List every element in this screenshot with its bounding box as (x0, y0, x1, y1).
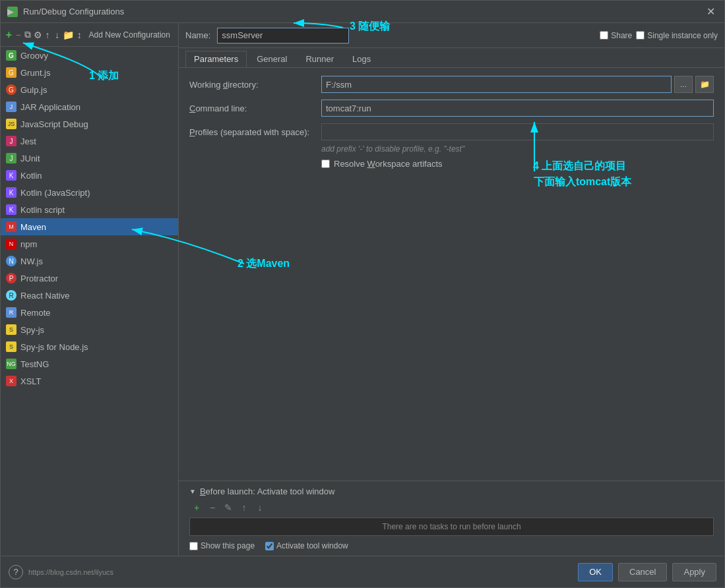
label-spyjsnode: Spy-js for Node.js (20, 342, 88, 352)
tab-general[interactable]: General (248, 51, 296, 67)
list-item-xslt[interactable]: X XSLT (1, 372, 178, 390)
label-kotlin: Kotlin (20, 171, 42, 181)
before-launch-title: Before launch: Activate tool window (200, 486, 335, 496)
show-page-checkbox[interactable] (189, 542, 198, 550)
label-nwjs: NW.js (20, 256, 43, 266)
list-item-jest[interactable]: J Jest (1, 132, 178, 150)
list-item-gulp[interactable]: G Gulp.js (1, 81, 178, 98)
working-directory-label: Working directory: (189, 80, 321, 90)
working-directory-input[interactable] (321, 76, 672, 93)
icon-kotlinjs: K (6, 187, 16, 198)
before-launch-toolbar: + − ✎ ↑ ↓ (189, 500, 714, 515)
apply-button[interactable]: Apply (672, 563, 716, 581)
show-page-row: Show this page Activate tool window (189, 541, 714, 550)
close-button[interactable]: ✕ (704, 5, 718, 18)
icon-jsdebug: JS (6, 119, 16, 129)
icon-groovy: G (6, 50, 16, 61)
collapse-icon[interactable]: ▼ (189, 488, 196, 495)
tab-runner[interactable]: Runner (297, 51, 342, 67)
share-checkbox-label[interactable]: Share (600, 31, 632, 40)
icon-gulp: G (6, 84, 16, 95)
working-directory-input-wrap: ... 📁 (321, 76, 714, 93)
before-launch-section: ▼ Before launch: Activate tool window + … (179, 481, 724, 556)
move-down-button[interactable]: ↓ (53, 28, 61, 42)
name-input[interactable] (217, 28, 349, 44)
tab-parameters[interactable]: Parameters (185, 51, 247, 67)
title-bar: ▶ Run/Debug Configurations ✕ (1, 1, 724, 23)
label-remote: Remote (20, 308, 51, 318)
label-npm: npm (20, 239, 37, 249)
left-toolbar: + − ⧉ ⚙ ↑ ↓ 📁 ↕ Add New Configuration (1, 23, 178, 47)
sort-button[interactable]: ↕ (75, 28, 84, 42)
bl-edit-button[interactable]: ✎ (221, 500, 236, 515)
add-button[interactable]: + (5, 28, 13, 42)
share-checkbox[interactable] (600, 31, 608, 40)
list-item-spyjsnode[interactable]: S Spy-js for Node.js (1, 338, 178, 355)
tab-logs[interactable]: Logs (344, 51, 379, 67)
icon-junit: J (6, 153, 16, 163)
list-item-groovy[interactable]: G Groovy (1, 47, 178, 64)
icon-jar: J (6, 102, 16, 112)
list-item-kotlinjs[interactable]: K Kotlin (JavaScript) (1, 184, 178, 201)
list-item-nwjs[interactable]: N NW.js (1, 252, 178, 270)
list-item-npm[interactable]: N npm (1, 235, 178, 252)
list-item-grunt[interactable]: G Grunt.js (1, 64, 178, 81)
activate-tool-checkbox-label[interactable]: Activate tool window (265, 541, 348, 550)
list-item-spyjs[interactable]: S Spy-js (1, 321, 178, 338)
folder-button[interactable]: 📁 (63, 28, 74, 42)
resolve-checkbox[interactable] (321, 160, 330, 168)
single-instance-checkbox-label[interactable]: Single instance only (636, 31, 718, 40)
bottom-bar: ? https://blog.csdn.net/ilyucs OK Cancel… (1, 556, 724, 587)
label-jar: JAR Application (20, 102, 80, 112)
copy-button[interactable]: ⧉ (24, 28, 32, 42)
list-item-remote[interactable]: R Remote (1, 304, 178, 321)
icon-testng: NG (6, 359, 16, 369)
list-item-protractor[interactable]: P Protractor (1, 270, 178, 287)
list-item-junit[interactable]: J JUnit (1, 150, 178, 167)
bl-remove-button[interactable]: − (205, 500, 220, 515)
left-panel: + − ⧉ ⚙ ↑ ↓ 📁 ↕ Add New Configuration G … (1, 23, 179, 556)
before-launch-header: ▼ Before launch: Activate tool window (189, 486, 714, 496)
cancel-button[interactable]: Cancel (618, 563, 667, 581)
help-button[interactable]: ? (9, 565, 23, 579)
single-instance-checkbox[interactable] (636, 31, 645, 40)
bl-up-button[interactable]: ↑ (237, 500, 251, 515)
profiles-input[interactable] (321, 123, 714, 140)
watermark: https://blog.csdn.net/ilyucs (28, 568, 113, 576)
label-groovy: Groovy (20, 51, 48, 61)
label-grunt: Grunt.js (20, 68, 51, 78)
show-page-checkbox-label[interactable]: Show this page (189, 541, 255, 550)
label-xslt: XSLT (20, 376, 42, 386)
label-gulp: Gulp.js (20, 85, 47, 95)
working-directory-folder-button[interactable]: 📁 (695, 76, 714, 93)
label-jsdebug: JavaScript Debug (20, 119, 88, 129)
list-item-kotlin[interactable]: K Kotlin (1, 167, 178, 184)
ok-button[interactable]: OK (578, 563, 613, 581)
icon-kotlinscript: K (6, 204, 16, 215)
app-icon: ▶ (7, 7, 18, 17)
move-up-button[interactable]: ↑ (44, 28, 52, 42)
profiles-label: Profiles (separated with space): (189, 127, 321, 137)
profiles-row: Profiles (separated with space): (189, 123, 714, 140)
list-item-jar[interactable]: J JAR Application (1, 98, 178, 115)
list-item-jsdebug[interactable]: JS JavaScript Debug (1, 115, 178, 132)
working-directory-browse-button[interactable]: ... (674, 76, 693, 93)
remove-button[interactable]: − (15, 28, 23, 42)
list-item-maven[interactable]: M Maven (1, 218, 178, 235)
right-panel: Name: Share Single instance only (179, 23, 724, 556)
bl-add-button[interactable]: + (189, 500, 204, 515)
list-item-kotlinscript[interactable]: K Kotlin script (1, 201, 178, 218)
profiles-input-wrap (321, 123, 714, 140)
list-item-testng[interactable]: NG TestNG (1, 355, 178, 372)
resolve-label[interactable]: Resolve Workspace artifacts (334, 159, 443, 169)
dialog-title: Run/Debug Configurations (23, 7, 704, 16)
bl-down-button[interactable]: ↓ (253, 500, 267, 515)
settings-button[interactable]: ⚙ (34, 28, 42, 42)
label-jest: Jest (20, 136, 36, 146)
list-item-reactnative[interactable]: R React Native (1, 287, 178, 304)
icon-kotlin: K (6, 170, 16, 181)
label-kotlinscript: Kotlin script (20, 205, 65, 215)
activate-tool-checkbox[interactable] (265, 542, 274, 550)
label-spyjs: Spy-js (20, 325, 44, 335)
command-line-input[interactable] (321, 100, 714, 117)
